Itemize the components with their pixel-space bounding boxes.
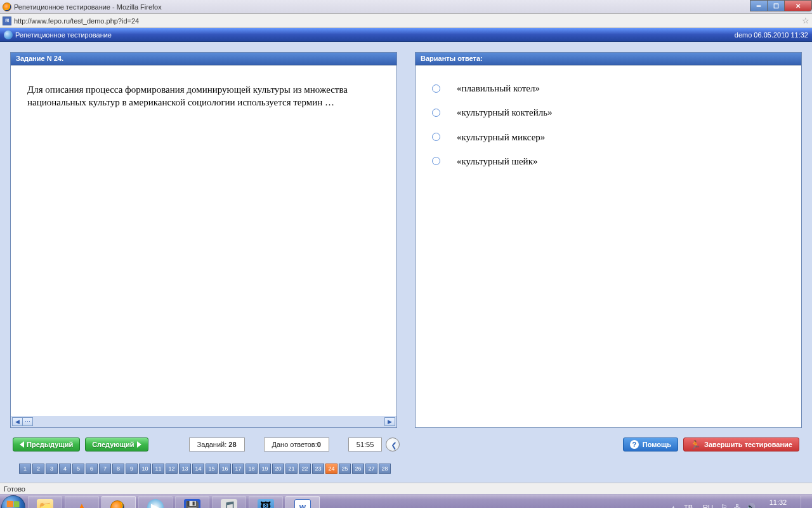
app-header-meta: demo 06.05.2010 11:32 xyxy=(735,31,808,39)
tray-time: 11:32 xyxy=(761,498,796,507)
pager-cell-2[interactable]: 2 xyxy=(32,464,44,474)
pager-cell-20[interactable]: 20 xyxy=(272,464,284,474)
question-scroll-left-button[interactable]: ◀ xyxy=(12,417,23,426)
pager-cell-14[interactable]: 14 xyxy=(192,464,204,474)
radio-icon[interactable] xyxy=(432,157,440,165)
tasks-count-box: Заданий: 28 xyxy=(189,438,245,451)
question-scroll-right-button[interactable]: ▶ xyxy=(384,417,395,426)
taskbar-music[interactable]: 🎵 xyxy=(212,496,246,509)
taskbar-save-icon[interactable]: 💾 xyxy=(175,496,209,509)
url-text: http://www.fepo.ru/test_demo.php?id=24 xyxy=(14,17,802,25)
question-panel: Задание N 24. Для описания процесса форм… xyxy=(10,52,397,428)
app-header: Репетиционное тестирование demo 06.05.20… xyxy=(0,28,812,42)
pager-cell-18[interactable]: 18 xyxy=(246,464,258,474)
next-button[interactable]: Следующий xyxy=(85,438,148,451)
pager-cell-1[interactable]: 1 xyxy=(19,464,31,474)
pager-cell-17[interactable]: 17 xyxy=(232,464,244,474)
answers-list: «плавильный котел» «культурный коктейль»… xyxy=(416,65,801,427)
window-maximize-button[interactable]: ☐ xyxy=(767,0,785,11)
clock-icon xyxy=(386,438,400,451)
pager-cell-25[interactable]: 25 xyxy=(339,464,351,474)
question-text: Для описания процесса формирования домин… xyxy=(11,65,396,416)
answer-option[interactable]: «культурный шейк» xyxy=(432,155,785,168)
radio-icon[interactable] xyxy=(432,84,440,93)
show-desktop-button[interactable] xyxy=(801,496,807,509)
firefox-icon xyxy=(3,3,11,11)
window-minimize-button[interactable]: ━ xyxy=(750,0,768,11)
answered-label: Дано ответов: xyxy=(272,441,317,448)
finish-button[interactable]: 🏃 Завершить тестирование xyxy=(683,438,799,451)
finish-label: Завершить тестирование xyxy=(704,441,792,448)
start-button[interactable] xyxy=(1,495,25,509)
taskbar-word[interactable]: W xyxy=(285,496,320,509)
arrow-left-icon xyxy=(20,441,24,448)
system-tray: ▲ ТВ RU 🏳 🖧 🔊 11:32 06.05.2010 xyxy=(671,496,811,509)
tray-clock[interactable]: 11:32 06.05.2010 xyxy=(761,498,796,508)
tray-tb[interactable]: ТВ xyxy=(681,502,695,509)
answer-option[interactable]: «плавильный котел» xyxy=(432,82,785,95)
answer-option[interactable]: «культурный миксер» xyxy=(432,131,785,144)
taskbar-pictures[interactable]: 🖼 xyxy=(249,496,283,509)
tray-volume-icon[interactable]: 🔊 xyxy=(746,503,756,509)
pager-cell-4[interactable]: 4 xyxy=(59,464,71,474)
radio-icon[interactable] xyxy=(432,133,440,141)
pager-cell-9[interactable]: 9 xyxy=(126,464,138,474)
pager-cell-16[interactable]: 16 xyxy=(219,464,231,474)
pager-cell-24[interactable]: 24 xyxy=(325,464,337,474)
bookmark-star-icon[interactable]: ☆ xyxy=(802,16,809,25)
window-titlebar: Репетиционное тестирование - Mozilla Fir… xyxy=(0,0,812,14)
tray-flag-icon[interactable]: 🏳 xyxy=(721,503,728,509)
prev-button[interactable]: Предыдущий xyxy=(13,438,80,451)
tasks-label: Заданий: xyxy=(197,441,227,448)
browser-status-bar: Готово xyxy=(0,483,812,494)
pager-cell-13[interactable]: 13 xyxy=(179,464,191,474)
pager-cell-21[interactable]: 21 xyxy=(285,464,298,474)
pager-cell-10[interactable]: 10 xyxy=(139,464,151,474)
pager-cell-26[interactable]: 26 xyxy=(352,464,364,474)
taskbar-media-player[interactable]: ▶ xyxy=(138,496,173,509)
taskbar-vlc[interactable]: ▲ xyxy=(65,496,99,509)
pager-cell-3[interactable]: 3 xyxy=(46,464,58,474)
pager-cell-6[interactable]: 6 xyxy=(86,464,98,474)
help-button[interactable]: ? Помощь xyxy=(623,438,678,451)
timer-value: 51:55 xyxy=(357,441,374,448)
address-bar[interactable]: ⊞ http://www.fepo.ru/test_demo.php?id=24… xyxy=(0,14,812,28)
pager-cell-8[interactable]: 8 xyxy=(112,464,124,474)
tray-language[interactable]: RU xyxy=(700,502,716,509)
pager-cell-19[interactable]: 19 xyxy=(259,464,271,474)
tray-show-hidden-icon[interactable]: ▲ xyxy=(671,504,676,509)
answer-label: «культурный коктейль» xyxy=(457,106,553,119)
taskbar-firefox[interactable] xyxy=(102,496,136,509)
answer-label: «плавильный котел» xyxy=(457,82,540,95)
next-label: Следующий xyxy=(92,441,134,448)
answer-option[interactable]: «культурный коктейль» xyxy=(432,106,785,119)
pager-cell-23[interactable]: 23 xyxy=(312,464,324,474)
window-close-button[interactable]: ✕ xyxy=(784,0,812,11)
pager-cell-7[interactable]: 7 xyxy=(99,464,111,474)
help-icon: ? xyxy=(630,440,639,449)
answer-label: «культурный миксер» xyxy=(457,131,545,144)
toolbar: Предыдущий Следующий Заданий: 28 Дано от… xyxy=(10,434,802,455)
answered-count-box: Дано ответов: 0 xyxy=(264,438,329,451)
site-favicon: ⊞ xyxy=(3,17,11,25)
question-nav-dots-button[interactable]: ⋯ xyxy=(22,417,33,426)
radio-icon[interactable] xyxy=(432,109,440,117)
pager: 1234567891011121314151617181920212223242… xyxy=(10,461,802,478)
timer-box: 51:55 xyxy=(348,438,383,451)
pager-cell-22[interactable]: 22 xyxy=(299,464,311,474)
tray-network-icon[interactable]: 🖧 xyxy=(733,503,741,509)
pager-cell-27[interactable]: 27 xyxy=(365,464,377,474)
answers-panel-header: Варианты ответа: xyxy=(416,53,801,65)
pager-cell-5[interactable]: 5 xyxy=(72,464,84,474)
status-text: Готово xyxy=(4,485,25,493)
content-area: Задание N 24. Для описания процесса форм… xyxy=(0,42,812,483)
pager-cell-11[interactable]: 11 xyxy=(152,464,164,474)
pager-cell-12[interactable]: 12 xyxy=(166,464,178,474)
prev-label: Предыдущий xyxy=(27,441,73,448)
pager-cell-15[interactable]: 15 xyxy=(206,464,218,474)
taskbar-explorer[interactable]: 📁 xyxy=(28,496,62,509)
pager-cell-28[interactable]: 28 xyxy=(379,464,391,474)
window-title: Репетиционное тестирование - Mozilla Fir… xyxy=(14,3,162,11)
arrow-right-icon xyxy=(137,441,141,448)
globe-icon xyxy=(4,30,13,39)
